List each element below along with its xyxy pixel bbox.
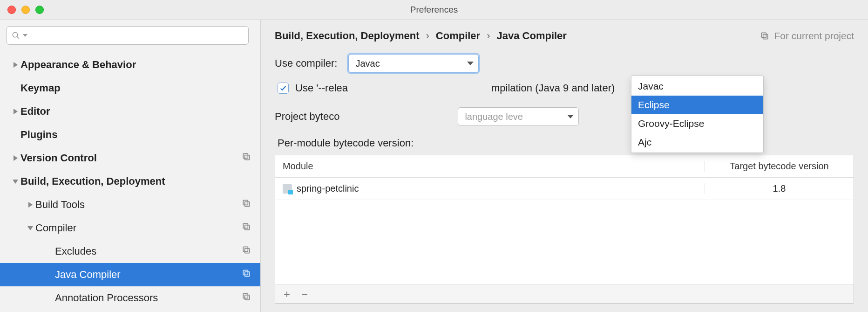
titlebar: Preferences — [0, 0, 868, 20]
copy-icon — [242, 199, 251, 208]
use-compiler-dropdown[interactable]: JavacEclipseGroovy-EclipseAjc — [631, 76, 764, 153]
tree-item[interactable]: Java Compiler — [0, 263, 260, 286]
for-current-project-label: For current project — [760, 30, 854, 42]
dropdown-option[interactable]: Groovy-Eclipse — [631, 114, 763, 133]
search-input[interactable] — [7, 26, 249, 45]
per-project-icon — [242, 292, 251, 304]
remove-row-button[interactable]: − — [301, 288, 308, 301]
window-minimize-button[interactable] — [21, 6, 30, 14]
add-row-button[interactable]: + — [284, 288, 290, 301]
per-project-icon — [242, 269, 251, 281]
dropdown-option[interactable]: Ajc — [631, 133, 763, 152]
per-module-label: Per-module bytecode version: — [278, 137, 854, 149]
module-name: spring-petclinic — [297, 183, 359, 194]
tree-item-label: Keymap — [20, 82, 61, 94]
disclosure-down-icon — [10, 180, 20, 184]
copy-icon — [760, 31, 769, 41]
per-module-table: Module Target bytecode version spring-pe… — [275, 155, 854, 304]
tree-item[interactable]: Editor — [0, 100, 260, 123]
project-bytecode-label: Project byteco — [275, 111, 339, 123]
main-panel: Build, Execution, Deployment › Compiler … — [261, 20, 868, 312]
svg-rect-8 — [243, 223, 248, 228]
disclosure-right-icon — [10, 155, 20, 161]
svg-rect-16 — [762, 33, 766, 37]
disclosure-down-icon — [25, 226, 35, 230]
svg-rect-7 — [245, 225, 250, 230]
tree-item-label: Build, Execution, Deployment — [20, 175, 165, 187]
window-traffic-lights — [7, 6, 44, 14]
breadcrumb-segment: Java Compiler — [497, 30, 567, 42]
use-release-option-label: Use '--releaxxxxxxxxxxxxxxxxxxxxxxxxxxxx… — [295, 82, 615, 94]
breadcrumb: Build, Execution, Deployment › Compiler … — [275, 30, 567, 42]
col-version-header: Target bytecode version — [705, 161, 854, 172]
tree-item[interactable]: Plugins — [0, 123, 260, 146]
tree-item-label: Annotation Processors — [55, 292, 158, 304]
tree-item-label: Compiler — [35, 222, 76, 234]
tree-item-label: Appearance & Behavior — [20, 59, 136, 71]
breadcrumb-separator-icon: › — [487, 30, 490, 42]
copy-icon — [242, 152, 251, 161]
svg-rect-4 — [243, 153, 248, 158]
svg-rect-3 — [245, 155, 250, 160]
svg-line-1 — [17, 37, 19, 39]
dropdown-option[interactable]: Javac — [631, 77, 763, 96]
tree-item-label: Version Control — [20, 152, 97, 164]
disclosure-right-icon — [10, 109, 20, 114]
col-module-header: Module — [275, 161, 705, 172]
tree-item[interactable]: Build Tools — [0, 193, 260, 216]
use-compiler-select[interactable]: Javac — [348, 54, 479, 73]
module-version: 1.8 — [705, 183, 854, 194]
svg-marker-2 — [23, 34, 27, 37]
per-project-icon — [242, 245, 251, 257]
use-compiler-label: Use compiler: — [275, 57, 337, 69]
tree-item[interactable]: Appearance & Behavior — [0, 53, 260, 76]
preferences-tree: Appearance & BehaviorKeymapEditorPlugins… — [0, 51, 260, 310]
tree-item-label: Plugins — [20, 129, 57, 141]
dropdown-option[interactable]: Eclipse — [631, 96, 763, 114]
svg-rect-10 — [243, 247, 248, 251]
tree-item-label: Excludes — [55, 245, 96, 257]
tree-item-label: Build Tools — [35, 199, 85, 211]
tree-item[interactable]: Keymap — [0, 76, 260, 100]
breadcrumb-separator-icon: › — [426, 30, 429, 42]
table-row[interactable]: spring-petclinic1.8 — [275, 178, 854, 200]
svg-rect-5 — [245, 202, 250, 207]
breadcrumb-segment: Build, Execution, Deployment — [275, 30, 419, 42]
tree-item-label: Editor — [20, 105, 50, 118]
svg-point-0 — [13, 32, 18, 37]
window-close-button[interactable] — [7, 6, 16, 14]
copy-icon — [242, 222, 251, 231]
copy-icon — [242, 269, 251, 278]
breadcrumb-segment: Compiler — [436, 30, 480, 42]
tree-item[interactable]: Compiler — [0, 216, 260, 240]
svg-rect-6 — [243, 200, 248, 205]
disclosure-right-icon — [25, 202, 35, 208]
search-icon — [12, 31, 20, 40]
chevron-down-icon — [23, 33, 27, 38]
tree-item[interactable]: Version Control — [0, 146, 260, 170]
svg-rect-11 — [245, 272, 250, 277]
svg-rect-15 — [763, 35, 768, 39]
svg-rect-12 — [243, 270, 248, 275]
tree-item[interactable]: Excludes — [0, 240, 260, 263]
window-zoom-button[interactable] — [35, 6, 44, 14]
svg-rect-13 — [245, 295, 250, 300]
use-release-option-checkbox[interactable] — [278, 83, 289, 94]
chevron-down-icon — [567, 115, 574, 118]
per-project-icon — [242, 199, 251, 211]
copy-icon — [242, 245, 251, 255]
project-bytecode-placeholder: language leve — [465, 111, 523, 122]
per-project-icon — [242, 152, 251, 164]
project-bytecode-select[interactable]: language leve — [458, 107, 579, 126]
tree-item-label: Java Compiler — [55, 269, 121, 281]
svg-rect-9 — [245, 249, 250, 253]
table-header: Module Target bytecode version — [275, 155, 854, 178]
disclosure-right-icon — [10, 62, 20, 68]
module-icon — [283, 184, 292, 194]
chevron-down-icon — [467, 62, 474, 65]
copy-icon — [242, 292, 251, 301]
checkmark-icon — [279, 84, 287, 92]
per-project-icon — [242, 222, 251, 234]
tree-item[interactable]: Annotation Processors — [0, 286, 260, 310]
tree-item[interactable]: Build, Execution, Deployment — [0, 170, 260, 193]
